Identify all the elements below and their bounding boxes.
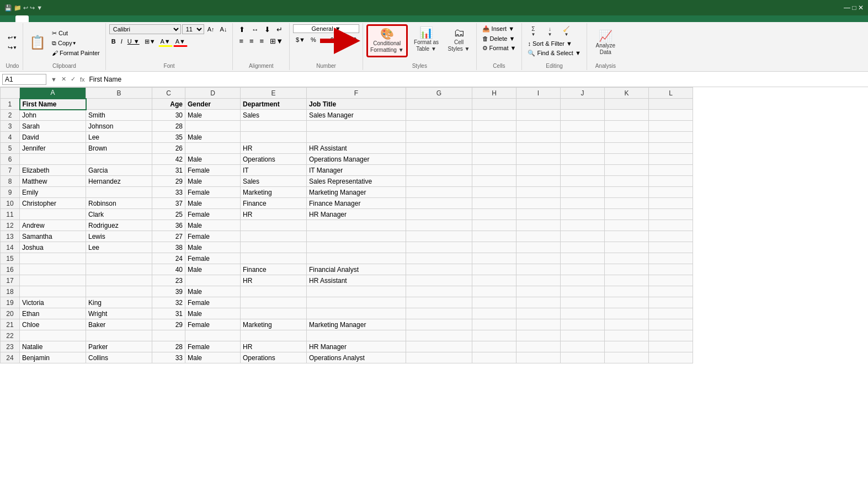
cell-d11[interactable]: Female [185, 209, 241, 220]
col-header-C[interactable]: C [152, 88, 185, 99]
cell-i19[interactable] [516, 297, 561, 308]
cell-a10[interactable]: Christopher [20, 198, 86, 209]
cell-b17[interactable] [86, 275, 152, 286]
cell-a11[interactable] [20, 209, 86, 220]
cell-g5[interactable] [406, 143, 472, 154]
col-header-B[interactable]: B [86, 88, 152, 99]
fill-color-button[interactable]: A▼ [158, 37, 173, 47]
cell-f9[interactable]: Marketing Manager [307, 187, 406, 198]
tab-automate[interactable] [108, 15, 121, 22]
cell-h10[interactable] [472, 198, 516, 209]
cell-a19[interactable]: Victoria [20, 297, 86, 308]
tab-developer[interactable] [121, 15, 135, 22]
cell-f10[interactable]: Finance Manager [307, 198, 406, 209]
cell-k10[interactable] [605, 198, 649, 209]
cell-b7[interactable]: Garcia [86, 165, 152, 176]
bold-button[interactable]: B [109, 37, 118, 47]
cell-b5[interactable]: Brown [86, 143, 152, 154]
cell-g3[interactable] [406, 121, 472, 132]
cell-e19[interactable] [241, 297, 307, 308]
cell-i6[interactable] [516, 154, 561, 165]
cell-c7[interactable]: 31 [152, 165, 185, 176]
cell-l7[interactable] [649, 165, 693, 176]
cell-e6[interactable]: Operations [241, 154, 307, 165]
cell-e23[interactable]: HR [241, 341, 307, 352]
cell-a3[interactable]: Sarah [20, 121, 86, 132]
cell-c18[interactable]: 39 [152, 286, 185, 297]
cell-j4[interactable] [561, 132, 605, 143]
cell-b2[interactable]: Smith [86, 110, 152, 121]
cell-a6[interactable] [20, 154, 86, 165]
cell-f12[interactable] [307, 220, 406, 231]
cell-g16[interactable] [406, 264, 472, 275]
cell-k22[interactable] [605, 330, 649, 341]
cell-j7[interactable] [561, 165, 605, 176]
cell-f1[interactable]: Job Title [307, 99, 406, 110]
cell-e18[interactable] [241, 286, 307, 297]
autosum-button[interactable]: Σ▼ [525, 24, 541, 39]
cell-e5[interactable]: HR [241, 143, 307, 154]
cell-k8[interactable] [605, 176, 649, 187]
cell-e1[interactable]: Department [241, 99, 307, 110]
cell-h9[interactable] [472, 187, 516, 198]
cell-f23[interactable]: HR Manager [307, 341, 406, 352]
cell-a7[interactable]: Elizabeth [20, 165, 86, 176]
cell-f6[interactable]: Operations Manager [307, 154, 406, 165]
decrease-font-button[interactable]: A↓ [218, 25, 230, 34]
cell-c4[interactable]: 35 [152, 132, 185, 143]
cell-l6[interactable] [649, 154, 693, 165]
tab-data[interactable] [68, 15, 82, 22]
insert-button[interactable]: 📥 Insert ▼ [480, 24, 517, 34]
cell-g22[interactable] [406, 330, 472, 341]
cell-a16[interactable] [20, 264, 86, 275]
cell-c21[interactable]: 29 [152, 319, 185, 330]
cell-k16[interactable] [605, 264, 649, 275]
cell-c15[interactable]: 24 [152, 253, 185, 264]
cell-a1[interactable]: First Name [20, 99, 86, 110]
cut-button[interactable]: ✂ Cut [50, 29, 102, 38]
clear-button[interactable]: 🧹▼ [558, 24, 574, 39]
cell-i10[interactable] [516, 198, 561, 209]
cell-g11[interactable] [406, 209, 472, 220]
cell-k2[interactable] [605, 110, 649, 121]
cell-a12[interactable]: Andrew [20, 220, 86, 231]
cell-k21[interactable] [605, 319, 649, 330]
cell-c12[interactable]: 36 [152, 220, 185, 231]
cell-h23[interactable] [472, 341, 516, 352]
cell-g2[interactable] [406, 110, 472, 121]
font-color-button[interactable]: A▼ [173, 37, 188, 47]
cell-l1[interactable] [649, 99, 693, 110]
cell-h4[interactable] [472, 132, 516, 143]
find-select-button[interactable]: 🔍 Find & Select ▼ [525, 49, 583, 58]
cell-e22[interactable] [241, 330, 307, 341]
cell-j12[interactable] [561, 220, 605, 231]
analyze-data-button[interactable]: 📈 AnalyzeData [590, 28, 621, 58]
col-header-F[interactable]: F [307, 88, 406, 99]
percent-button[interactable]: % [308, 35, 318, 44]
col-header-H[interactable]: H [472, 88, 516, 99]
cell-i23[interactable] [516, 341, 561, 352]
wrap-text-button[interactable]: ↵ [274, 24, 285, 35]
redo-button[interactable]: ↪ ▼ [6, 43, 19, 52]
cell-i20[interactable] [516, 308, 561, 319]
cell-g15[interactable] [406, 253, 472, 264]
cell-f21[interactable]: Marketing Manager [307, 319, 406, 330]
cell-d4[interactable]: Male [185, 132, 241, 143]
cell-d15[interactable]: Female [185, 253, 241, 264]
cell-l5[interactable] [649, 143, 693, 154]
cell-l19[interactable] [649, 297, 693, 308]
cell-g19[interactable] [406, 297, 472, 308]
cell-k5[interactable] [605, 143, 649, 154]
cell-i1[interactable] [516, 99, 561, 110]
cell-b6[interactable] [86, 154, 152, 165]
tab-file[interactable] [2, 15, 15, 22]
cell-b23[interactable]: Parker [86, 341, 152, 352]
cell-d16[interactable]: Male [185, 264, 241, 275]
cell-c11[interactable]: 25 [152, 209, 185, 220]
cell-g9[interactable] [406, 187, 472, 198]
cell-a18[interactable] [20, 286, 86, 297]
cell-c10[interactable]: 37 [152, 198, 185, 209]
cell-i13[interactable] [516, 231, 561, 242]
cell-a14[interactable]: Joshua [20, 242, 86, 253]
expand-icon[interactable]: ▼ [49, 76, 59, 83]
